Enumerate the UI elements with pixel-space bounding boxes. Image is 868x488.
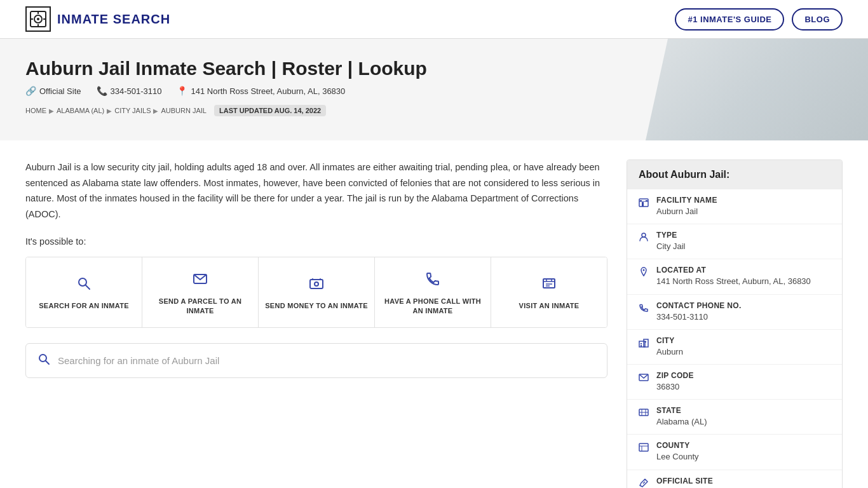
breadcrumb-sep-1: ▶ (49, 107, 54, 114)
svg-rect-30 (644, 339, 648, 347)
svg-point-2 (37, 18, 39, 20)
main-layout: Auburn Jail is a low security city jail,… (0, 140, 868, 488)
svg-rect-32 (641, 345, 642, 347)
action-send-money[interactable]: SEND MONEY TO AN INMATE (259, 257, 375, 328)
breadcrumb-home[interactable]: HOME (25, 107, 46, 114)
action-send-parcel[interactable]: SEND A PARCEL TO AN INMATE (142, 257, 259, 328)
zip-icon (639, 372, 649, 385)
sidebar-row-official-site[interactable]: Official Site (627, 470, 842, 489)
svg-point-27 (642, 233, 646, 237)
sidebar-row-located-at: Located At 141 North Ross Street, Auburn… (627, 259, 842, 294)
official-site-link[interactable]: 🔗 Official Site (25, 86, 81, 96)
facility-name-content: Facility Name Auburn Jail (656, 196, 717, 217)
facility-icon (639, 197, 649, 210)
zip-content: ZIP Code 36830 (656, 371, 694, 393)
sidebar-heading: About Auburn Jail: (627, 160, 842, 189)
search-input-placeholder: Searching for an inmate of Auburn Jail (58, 355, 219, 366)
svg-point-28 (643, 269, 645, 271)
contact-phone-icon (639, 302, 649, 315)
action-cards: SEARCH FOR AN INMATE SEND A PARCEL TO AN… (25, 257, 607, 329)
svg-line-42 (643, 482, 645, 484)
svg-line-21 (46, 361, 49, 364)
send-money-icon (309, 276, 324, 295)
svg-point-11 (315, 282, 318, 286)
header-nav: #1 INMATE'S GUIDE BLOG (675, 8, 843, 30)
svg-line-8 (86, 285, 90, 289)
city-icon (639, 337, 649, 350)
state-value: Alabama (AL) (656, 416, 707, 428)
action-phone-call[interactable]: HAVE A PHONE CALL WITH AN INMATE (375, 257, 491, 328)
official-site-content: Official Site (656, 477, 713, 487)
site-logo-text: INMATE SEARCH (57, 12, 170, 27)
phone-content: Contact Phone No. 334-501-3110 (656, 301, 742, 323)
send-parcel-label: SEND A PARCEL TO AN INMATE (149, 297, 252, 316)
send-parcel-icon (193, 271, 208, 290)
logo-area: INMATE SEARCH (25, 6, 170, 32)
county-value: Lee County (656, 451, 699, 463)
sidebar-card: About Auburn Jail: Facility Name (627, 159, 843, 488)
city-label: City (656, 336, 683, 345)
search-bar-icon (37, 353, 50, 369)
svg-rect-31 (641, 343, 642, 344)
type-value: City Jail (656, 241, 686, 252)
official-site-icon (639, 478, 649, 489)
sidebar-row-type: Type City Jail (627, 224, 842, 259)
county-icon (639, 442, 649, 455)
zip-value: 36830 (656, 381, 694, 393)
phone-value: 334-501-3110 (656, 311, 742, 323)
phone-icon: 📞 (97, 86, 107, 96)
breadcrumb-current: AUBURN JAIL (161, 107, 207, 114)
breadcrumb-section[interactable]: CITY JAILS (114, 107, 151, 114)
county-content: County Lee County (656, 441, 699, 463)
main-content: Auburn Jail is a low security city jail,… (25, 159, 627, 378)
page-title: Auburn Jail Inmate Search | Roster | Loo… (25, 58, 843, 79)
jail-description: Auburn Jail is a low security city jail,… (25, 159, 607, 222)
breadcrumb-state[interactable]: ALABAMA (AL) (57, 107, 104, 114)
link-icon: 🔗 (25, 86, 36, 96)
sidebar-rows: Facility Name Auburn Jail Type City Jail (627, 189, 842, 488)
sidebar-row-phone: Contact Phone No. 334-501-3110 (627, 295, 842, 330)
state-icon (639, 407, 649, 420)
logo-icon (25, 6, 51, 32)
phone-label: Contact Phone No. (656, 301, 742, 310)
phone-call-label: HAVE A PHONE CALL WITH AN INMATE (381, 297, 484, 316)
breadcrumb-sep-3: ▶ (153, 107, 158, 114)
guide-button[interactable]: #1 INMATE'S GUIDE (675, 8, 784, 30)
sidebar-row-state: State Alabama (AL) (627, 400, 842, 435)
breadcrumb: HOME ▶ ALABAMA (AL) ▶ CITY JAILS ▶ AUBUR… (25, 105, 843, 116)
state-content: State Alabama (AL) (656, 406, 707, 428)
header: INMATE SEARCH #1 INMATE'S GUIDE BLOG (0, 0, 868, 39)
type-content: Type City Jail (656, 231, 686, 252)
hero-address: 141 North Ross Street, Auburn, AL, 36830 (191, 86, 345, 96)
location-icon: 📍 (177, 86, 187, 96)
svg-rect-33 (645, 341, 646, 342)
located-at-value: 141 North Ross Street, Auburn, AL, 36830 (656, 276, 811, 287)
located-at-label: Located At (656, 266, 811, 274)
located-at-content: Located At 141 North Ross Street, Auburn… (656, 266, 811, 287)
action-visit[interactable]: VISIT AN INMATE (491, 257, 607, 328)
official-site-label: Official Site (656, 477, 713, 485)
blog-button[interactable]: BLOG (792, 8, 843, 30)
search-inmate-label: SEARCH FOR AN INMATE (39, 301, 129, 311)
phone-meta: 📞 334-501-3110 (97, 86, 162, 96)
official-site-label: Official Site (39, 86, 81, 96)
hero-meta: 🔗 Official Site 📞 334-501-3110 📍 141 Nor… (25, 86, 843, 96)
visit-label: VISIT AN INMATE (519, 301, 580, 311)
sidebar-row-city: City Auburn (627, 330, 842, 365)
city-content: City Auburn (656, 336, 683, 358)
city-value: Auburn (656, 346, 683, 358)
type-icon (639, 232, 649, 245)
search-bar[interactable]: Searching for an inmate of Auburn Jail (25, 343, 607, 378)
facility-name-label: Facility Name (656, 196, 717, 205)
action-search-inmate[interactable]: SEARCH FOR AN INMATE (26, 257, 142, 328)
search-inmate-icon (76, 276, 92, 295)
send-money-label: SEND MONEY TO AN INMATE (265, 301, 368, 311)
breadcrumb-sep-2: ▶ (107, 107, 112, 114)
phone-call-icon (425, 271, 440, 290)
sidebar-row-county: County Lee County (627, 435, 842, 470)
sidebar-row-facility-name: Facility Name Auburn Jail (627, 189, 842, 224)
visit-icon (541, 276, 557, 295)
state-label: State (656, 406, 707, 415)
county-label: County (656, 441, 699, 450)
sidebar-row-zip: ZIP Code 36830 (627, 365, 842, 400)
